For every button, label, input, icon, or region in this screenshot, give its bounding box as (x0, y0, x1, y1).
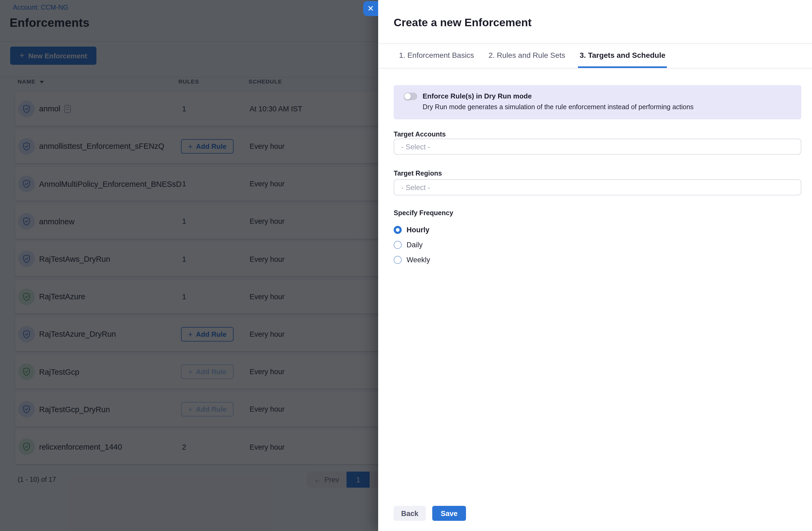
tab-2[interactable]: 2. Rules and Rule Sets (487, 44, 567, 68)
target-accounts-select[interactable]: - Select - (394, 139, 801, 155)
target-regions-select[interactable]: - Select - (394, 179, 801, 195)
radio-icon (394, 226, 402, 234)
dry-run-toggle[interactable] (404, 93, 417, 100)
close-icon[interactable]: ✕ (363, 1, 378, 16)
radio-icon (394, 256, 402, 264)
frequency-label: Specify Frequency (394, 209, 453, 217)
frequency-radio-daily[interactable]: Daily (394, 241, 423, 249)
dry-run-title: Enforce Rule(s) in Dry Run mode (423, 92, 532, 100)
radio-icon (394, 241, 402, 249)
toggle-knob-icon (404, 93, 411, 100)
tab-1[interactable]: 1. Enforcement Basics (397, 44, 476, 68)
radio-label: Hourly (407, 226, 430, 234)
frequency-radio-hourly[interactable]: Hourly (394, 226, 430, 234)
app-root: Account: CCM-NG Enforcements + New Enfor… (0, 0, 812, 531)
target-regions-label: Target Regions (394, 170, 442, 177)
dry-run-banner: Enforce Rule(s) in Dry Run mode Dry Run … (394, 85, 801, 119)
frequency-radio-weekly[interactable]: Weekly (394, 255, 430, 264)
tabs-divider (378, 68, 812, 69)
panel-title: Create a new Enforcement (394, 16, 532, 29)
target-accounts-placeholder: - Select - (401, 143, 430, 151)
tab-3[interactable]: 3. Targets and Schedule (578, 44, 667, 68)
save-button[interactable]: Save (432, 506, 466, 521)
radio-label: Weekly (407, 256, 430, 264)
dry-run-description: Dry Run mode generates a simulation of t… (423, 103, 694, 111)
radio-label: Daily (407, 241, 423, 249)
back-button[interactable]: Back (394, 506, 426, 521)
panel-tabs: 1. Enforcement Basics2. Rules and Rule S… (397, 44, 667, 68)
target-accounts-label: Target Accounts (394, 131, 446, 138)
create-enforcement-panel: ✕ Create a new Enforcement 1. Enforcemen… (378, 0, 812, 531)
target-regions-placeholder: - Select - (401, 183, 430, 191)
